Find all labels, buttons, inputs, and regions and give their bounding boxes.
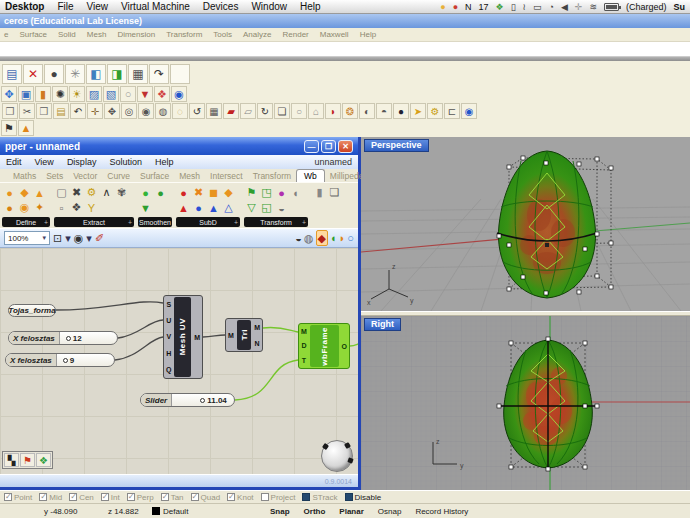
named-view-alt-icon[interactable]: ▱ [240, 103, 256, 119]
wb-claw-icon[interactable]: ∧ [99, 185, 114, 200]
preview-off-icon[interactable]: ◒ [295, 231, 302, 245]
gh-menu-item[interactable]: Solution [109, 157, 142, 167]
panel-label[interactable]: Transform+ [244, 217, 308, 227]
gear-star-icon[interactable]: ✺ [52, 86, 68, 102]
paste-icon[interactable]: ▤ [53, 103, 69, 119]
checker-flag-icon[interactable]: ⚑ [1, 120, 17, 136]
osnap-strack[interactable]: STrack [302, 493, 337, 502]
delete-icon[interactable]: ✕ [23, 64, 43, 84]
wb-half-icon[interactable]: ◐ [289, 185, 304, 200]
viewport-label-right[interactable]: Right [364, 318, 401, 331]
wb-balloon-icon[interactable]: ● [138, 185, 153, 200]
image-icon[interactable]: ▨ [86, 86, 102, 102]
menubar-user-label[interactable]: Su [673, 2, 685, 12]
wb-balloon2-icon[interactable]: ● [153, 185, 168, 200]
grasshopper-title-bar[interactable]: pper - unnamed — ❒ ✕ [0, 137, 358, 155]
input-count-label[interactable]: 17 [479, 1, 489, 13]
canvas-compass[interactable] [321, 440, 353, 472]
maximize-button[interactable]: ❒ [321, 140, 336, 153]
gh-menu-item[interactable]: Edit [6, 157, 22, 167]
gh-tab[interactable]: Intersect [205, 170, 248, 182]
zoom-focus-icon[interactable]: ⊡ [53, 231, 62, 245]
checkbox[interactable] [101, 493, 109, 501]
rhino-menu-item[interactable]: e [4, 30, 8, 39]
slider-grip[interactable] [66, 336, 71, 341]
preview-wireframe-icon[interactable]: ◍ [304, 231, 314, 245]
move-icon[interactable]: ✥ [104, 103, 120, 119]
checkbox[interactable] [39, 493, 47, 501]
rhino-menu-item[interactable]: Solid [58, 30, 76, 39]
layer-indicator[interactable]: Default [152, 507, 188, 516]
gh-tab[interactable]: Curve [102, 170, 135, 182]
component-tri[interactable]: M Tri MN [225, 318, 263, 352]
pane-snap[interactable]: Snap [270, 507, 290, 516]
wb-corner-icon[interactable]: ◱ [259, 200, 274, 215]
close-button[interactable]: ✕ [338, 140, 353, 153]
focus-caret-icon[interactable]: ▾ [65, 231, 71, 245]
sphere-half-icon[interactable]: ◐ [359, 103, 375, 119]
osnap-quad[interactable]: Quad [191, 493, 221, 502]
viewport-right[interactable]: z y Right [361, 316, 690, 490]
new-file-icon[interactable]: ❐ [2, 103, 18, 119]
component-mesh-uv[interactable]: SUVHQ Mesh UV M [163, 295, 203, 379]
wb-box-icon[interactable]: ◼ [206, 185, 221, 200]
wb-flag-icon[interactable]: ⚑ [244, 185, 259, 200]
help-round-icon[interactable]: ◉ [461, 103, 477, 119]
wb-icosahedron-icon[interactable]: ● [2, 185, 17, 200]
wb-window-icon[interactable]: ◳ [259, 185, 274, 200]
sketch-pencil-icon[interactable]: ✐ [95, 231, 104, 245]
rhino-menu-item[interactable]: Analyze [243, 30, 271, 39]
quality-mid-icon[interactable]: ◗ [339, 231, 346, 245]
wb-cross-icon[interactable]: ✖ [69, 185, 84, 200]
quality-high-icon[interactable]: ○ [347, 231, 354, 245]
wb-dashed-square-icon[interactable]: ▫ [54, 200, 69, 215]
menu-devices[interactable]: Devices [203, 1, 239, 12]
panel-label[interactable]: Define+ [2, 217, 50, 227]
wb-bubble-icon[interactable]: ● [274, 185, 289, 200]
preview-eye-icon[interactable]: ◉ [74, 231, 84, 245]
gumball-icon[interactable]: ✥ [1, 86, 17, 102]
rhino-menu-item[interactable]: Dimension [117, 30, 155, 39]
rendered-viewport-icon[interactable]: ◨ [107, 64, 127, 84]
wb-tri-red-icon[interactable]: ▲ [176, 200, 191, 215]
wb-gear-icon[interactable]: ⚙ [84, 185, 99, 200]
minimize-button[interactable]: — [304, 140, 319, 153]
osnap-int[interactable]: Int [101, 493, 120, 502]
copy-view-icon[interactable]: ❏ [274, 103, 290, 119]
gh-menu-item[interactable]: View [35, 157, 54, 167]
wb-plug-icon[interactable]: ❏ [327, 185, 342, 200]
properties-window-icon[interactable]: ▤ [2, 64, 22, 84]
viewport-label-perspective[interactable]: Perspective [364, 139, 429, 152]
panel-label[interactable]: Smoothen [138, 217, 172, 227]
osnap-disable[interactable]: Disable [345, 493, 382, 502]
checkbox[interactable] [127, 493, 135, 501]
grasshopper-canvas[interactable]: Tojas_forma X felosztas 12 X felosztas 9… [0, 248, 358, 474]
units-icon[interactable]: ⊏ [444, 103, 460, 119]
checkbox[interactable] [302, 493, 310, 501]
input-source-icon[interactable]: N [465, 1, 472, 13]
rotate-camera-icon[interactable]: ↻ [257, 103, 273, 119]
slider-main[interactable]: Slider 11.04 [140, 393, 235, 407]
wb-tri-down-icon[interactable]: ▽ [244, 200, 259, 215]
clipboard-icon[interactable]: ▯ [511, 1, 516, 13]
bulb-off-icon[interactable]: ○ [291, 103, 307, 119]
sun-icon[interactable]: ☀ [69, 86, 85, 102]
gh-menu-item[interactable]: Help [155, 157, 174, 167]
osnap-point[interactable]: Point [4, 493, 32, 502]
zoom-select[interactable]: 100%▾ [4, 231, 50, 245]
component-wbframe[interactable]: MDT wbFrame O [298, 323, 350, 369]
door-icon[interactable]: ▮ [35, 86, 51, 102]
osnap-tan[interactable]: Tan [161, 493, 184, 502]
pan-icon[interactable]: ✛ [87, 103, 103, 119]
wb-cylinder-icon[interactable]: ▮ [312, 185, 327, 200]
sync-badge-icon[interactable]: ● [440, 1, 445, 13]
rhino-menu-item[interactable]: Help [360, 30, 376, 39]
named-view-icon[interactable]: ▰ [223, 103, 239, 119]
wedge-icon[interactable]: ◗ [325, 103, 341, 119]
alert-badge-icon[interactable]: ● [453, 1, 458, 13]
sphere-wire-icon[interactable]: ◓ [376, 103, 392, 119]
wb-split-icon[interactable]: Y [84, 200, 99, 215]
checkbox[interactable] [69, 493, 77, 501]
help-icon[interactable]: ◉ [171, 86, 187, 102]
point-icon[interactable]: ● [44, 64, 64, 84]
